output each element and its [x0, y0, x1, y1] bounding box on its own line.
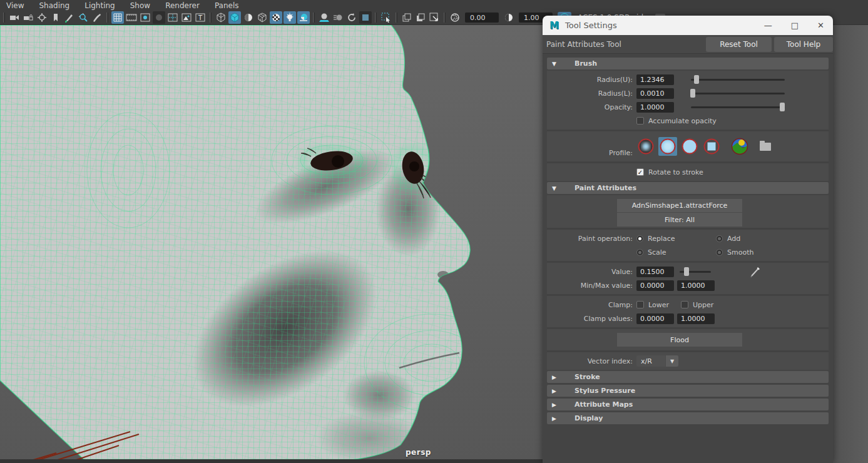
viewport-renderer-icon[interactable] [359, 11, 372, 24]
menu-show[interactable]: Show [130, 1, 150, 10]
close-icon[interactable]: ✕ [817, 21, 824, 30]
field-chart-icon[interactable] [166, 11, 179, 24]
smooth-shaded-cube-icon[interactable] [228, 11, 241, 24]
profile-soft-icon[interactable] [658, 137, 677, 156]
menu-panels[interactable]: Panels [215, 1, 239, 10]
section-header-attribute-maps[interactable]: ▶ Attribute Maps [547, 399, 829, 410]
radio-smooth[interactable] [716, 249, 723, 256]
clamp-max-field[interactable]: 1.0000 [677, 313, 715, 324]
dock-gutter [833, 16, 868, 463]
gate-mask-icon[interactable] [153, 11, 165, 24]
window-title: Tool Settings [565, 21, 617, 30]
panel-menu-bar: View Shading Lighting Show Renderer Pane… [0, 0, 868, 11]
wireframe-cube-icon[interactable] [215, 11, 227, 24]
maya-logo-icon: M [549, 20, 559, 31]
chevron-right-icon: ▶ [552, 415, 566, 422]
tool-help-button[interactable]: Tool Help [774, 37, 833, 52]
clamp-lower-checkbox[interactable] [636, 301, 644, 308]
filter-button[interactable]: Filter: All [617, 213, 742, 226]
isolate-select-icon[interactable] [380, 11, 392, 24]
radio-replace[interactable] [636, 235, 643, 242]
clamp-min-field[interactable]: 0.0000 [636, 313, 674, 324]
rotate-to-stroke-row: ✓ Rotate to stroke [547, 165, 829, 179]
menu-renderer[interactable]: Renderer [165, 1, 200, 10]
snapshot-icon[interactable] [428, 11, 441, 24]
3d-viewport[interactable]: persp [0, 25, 543, 463]
grid-toggle-icon[interactable] [111, 11, 124, 24]
ssao-icon[interactable] [318, 11, 330, 24]
brush-icon[interactable] [91, 11, 103, 24]
hud-text-icon[interactable]: T [194, 11, 207, 24]
loop-refresh-icon[interactable] [345, 11, 358, 24]
reset-tool-button[interactable]: Reset Tool [706, 37, 772, 52]
tool-settings-window: M Tool Settings — □ ✕ Paint Attributes T… [543, 16, 833, 463]
radio-scale[interactable] [636, 249, 643, 256]
grease-pencil-icon[interactable] [63, 11, 76, 24]
section-header-stroke[interactable]: ▶ Stroke [547, 371, 829, 383]
flat-shaded-sphere-icon[interactable] [242, 11, 255, 24]
lights-icon[interactable] [283, 11, 296, 24]
paint-operation-row-1: Paint operation: Replace Add [547, 232, 829, 245]
attribute-select-button[interactable]: AdnSimshape1.attractForce [617, 199, 742, 213]
accumulate-opacity-checkbox[interactable] [636, 117, 644, 125]
gamma-icon[interactable] [503, 11, 515, 24]
textured-cube-icon[interactable] [256, 11, 268, 24]
camera-gear-icon[interactable] [36, 11, 48, 24]
layer-copy-icon[interactable] [401, 11, 413, 24]
film-gate-icon[interactable] [125, 11, 138, 24]
bookmark-icon[interactable] [49, 11, 62, 24]
image-plane-icon[interactable] [180, 11, 193, 24]
toolbar-separator [396, 13, 397, 23]
section-header-display[interactable]: ▶ Display [547, 412, 829, 424]
menu-lighting[interactable]: Lighting [84, 1, 115, 10]
profile-square-icon[interactable] [702, 137, 721, 156]
layer-paste-icon[interactable] [414, 11, 427, 24]
eyedropper-pen-icon[interactable] [750, 265, 762, 278]
radius-l-slider[interactable] [691, 89, 785, 98]
section-header-paint-attributes[interactable]: ▼ Paint Attributes [547, 182, 829, 194]
max-value-field[interactable]: 1.0000 [677, 280, 715, 291]
section-header-stylus-pressure[interactable]: ▶ Stylus Pressure [547, 385, 829, 397]
head-mesh [0, 25, 543, 463]
exposure-icon[interactable] [449, 11, 461, 24]
shadows-icon[interactable] [297, 11, 310, 24]
radius-l-field[interactable]: 0.0010 [636, 88, 674, 99]
chevron-down-icon: ▼ [666, 355, 678, 367]
radius-u-field[interactable]: 1.2346 [636, 74, 674, 85]
chevron-down-icon: ▼ [552, 61, 566, 67]
radius-u-slider[interactable] [691, 75, 785, 84]
toolbar-separator [444, 13, 446, 23]
profile-gaussian-icon[interactable] [636, 137, 655, 156]
section-header-brush[interactable]: ▼ Brush [547, 58, 829, 69]
clamp-upper-checkbox[interactable] [681, 301, 688, 308]
value-field[interactable]: 0.1500 [636, 267, 674, 277]
opacity-slider[interactable] [691, 103, 785, 111]
vector-index-row: Vector index: x/R ▼ [547, 354, 829, 368]
browse-folder-icon[interactable] [760, 143, 771, 151]
camera-lock-icon[interactable] [22, 11, 34, 24]
viewport-bottom-edge [0, 459, 543, 463]
opacity-field[interactable]: 1.0000 [636, 102, 674, 113]
radius-u-row: Radius(U): 1.2346 [547, 73, 829, 86]
tool-name-label: Paint Attributes Tool [546, 40, 621, 49]
checkered-material-icon[interactable] [270, 11, 282, 24]
flood-button[interactable]: Flood [617, 333, 742, 347]
minimize-icon[interactable]: — [764, 21, 772, 30]
motion-blur-icon[interactable] [332, 11, 344, 24]
maximize-icon[interactable]: □ [791, 21, 799, 30]
resolution-gate-icon[interactable] [139, 11, 151, 24]
rotate-to-stroke-checkbox[interactable]: ✓ [636, 168, 644, 176]
vector-index-dropdown[interactable]: x/R ▼ [636, 355, 678, 367]
profile-file-image-icon[interactable] [730, 137, 749, 156]
exposure-field[interactable]: 0.00 [465, 13, 499, 23]
radio-add[interactable] [716, 235, 723, 242]
window-titlebar[interactable]: M Tool Settings — □ ✕ [543, 16, 833, 35]
camera-icon[interactable] [8, 11, 21, 24]
menu-shading[interactable]: Shading [39, 1, 69, 10]
camera-name-label: persp [406, 448, 431, 457]
min-value-field[interactable]: 0.0000 [636, 280, 674, 291]
pan-zoom-icon[interactable] [77, 11, 89, 24]
value-slider[interactable] [680, 267, 711, 276]
profile-solid-icon[interactable] [680, 137, 699, 156]
menu-view[interactable]: View [6, 1, 24, 10]
